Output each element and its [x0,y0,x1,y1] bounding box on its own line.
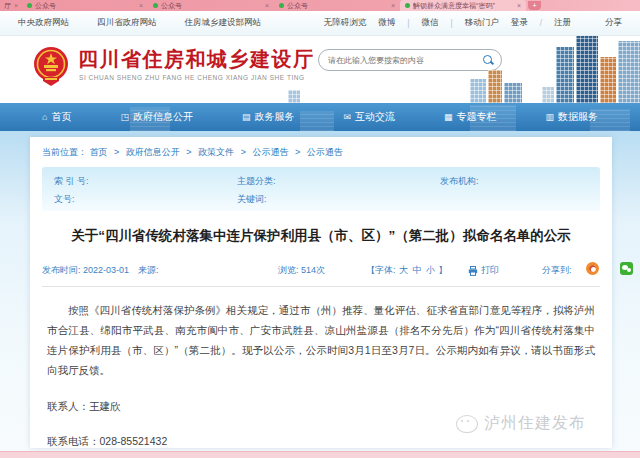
new-tab-button[interactable]: + [528,1,541,10]
body-paragraph: 按照《四川省传统村落保护条例》相关规定，通过市（州）推荐、量化评估、征求省直部门… [47,300,595,381]
main-nav: ⌂ 首页 ◳ 政府信息公开 ▤ 政务服务 ✉ 互动交流 ▦ 专题专栏 ▥ 数据服… [0,103,640,131]
nav-label: 专题专栏 [456,110,496,124]
article-title: 关于“四川省传统村落集中连片保护利用县（市、区）”（第二批）拟命名名单的公示 [50,227,592,245]
nav-item-data-services[interactable]: ▥ 数据服务 [545,110,598,124]
content-card: 当前位置： 首页 > 政府信息公开 > 政策文件 > 公示通告 > 公示通告 索… [30,137,612,448]
browser-tab[interactable]: 公众号 × [22,0,148,11]
service-icon: ▤ [242,112,251,122]
breadcrumb-notices[interactable]: 公示通告 [252,147,288,157]
wechat-watermark-icon [456,415,478,433]
tab-label: 公众号 [287,1,388,11]
breadcrumb-separator: > [295,147,300,157]
browser-tab[interactable]: 公众号 × [274,0,400,11]
doc-metadata-panel: 索 引 号: 主题分类: 发布机构: 文号: 关键词: [42,167,600,211]
nav-item-info-disclosure[interactable]: ◳ 政府信息公开 [120,110,193,124]
breadcrumb-home[interactable]: 首页 [90,147,108,157]
nav-item-interaction[interactable]: ✉ 互动交流 [343,110,395,124]
utility-bar: 中央政府网站 四川省政府网站 住房城乡建设部网站 无障碍浏览 微博 | 微信 |… [0,11,640,36]
accessibility-link[interactable]: 无障碍浏览 [324,17,367,29]
chat-icon: ✉ [343,112,351,122]
login-link[interactable]: 登录 [511,17,528,29]
building-graphic [504,83,522,103]
building-graphic [488,70,502,103]
font-prefix: 【字体: [366,265,396,275]
breadcrumb-policy-docs[interactable]: 政策文件 [198,147,234,157]
breadcrumb-separator: > [241,147,246,157]
browser-tab-partial[interactable]: 厅 × [0,0,22,11]
breadcrumb-notices-2[interactable]: 公示通告 [307,147,343,157]
browser-tab[interactable]: 公众号 × [148,0,274,11]
building-graphic [556,47,574,103]
register-link[interactable]: 注册 [554,17,571,29]
tab-close-icon[interactable]: × [139,2,143,9]
search-input[interactable] [326,55,482,66]
font-size-control: 【字体: 大 中 小 】 [366,264,448,277]
field-doc-no: 文号: [54,193,75,206]
bottom-taskbar-strip [0,451,640,458]
tab-label: 公众号 [35,1,136,11]
wechat-share-icon[interactable] [620,262,633,275]
tab-close-icon[interactable]: × [517,2,521,9]
tab-close-icon[interactable]: × [14,2,18,9]
link-central-gov[interactable]: 中央政府网站 [18,17,69,29]
national-emblem-logo [33,45,69,87]
browser-tab-strip: 厅 × 公众号 × 公众号 × 公众号 × 解锁群众满意度幸福“密码” × + [0,0,640,11]
nav-label: 互动交流 [355,110,395,124]
view-count: 浏览: 514次 [278,264,325,277]
home-icon: ⌂ [42,112,47,122]
wechat-account-icon [405,3,410,8]
print-label: 打印 [481,264,499,277]
weibo-link[interactable]: 微博 [378,17,395,29]
breadcrumb-info-disclosure[interactable]: 政府信息公开 [126,147,180,157]
tab-label: 厅 [4,1,11,11]
font-small-button[interactable]: 小 [426,265,435,275]
building-graphic [618,41,640,103]
data-icon: ▥ [545,112,554,122]
mobile-portal-link[interactable]: 移动门户 [465,17,499,29]
field-index-no: 索 引 号: [54,175,89,188]
nav-label: 数据服务 [558,110,598,124]
browser-window: 厅 × 公众号 × 公众号 × 公众号 × 解锁群众满意度幸福“密码” × + … [0,0,640,458]
separator: | [407,18,409,28]
nav-building-decor [300,111,334,131]
document-icon: ◳ [120,112,129,122]
nav-label: 政府信息公开 [133,110,193,124]
separator: | [450,18,452,28]
share-link[interactable]: 分享 [605,17,622,29]
source-label: 来源: [138,264,159,277]
nav-item-services[interactable]: ▤ 政务服务 [242,110,295,124]
link-mohurd[interactable]: 住房城乡建设部网站 [185,17,262,29]
search-icon[interactable] [482,54,494,66]
link-sichuan-gov[interactable]: 四川省政府网站 [97,17,157,29]
building-graphic [600,57,616,103]
share-to-label: 分享到: [542,264,572,277]
field-keywords: 关键词: [237,193,267,206]
breadcrumb-label: 当前位置： [42,147,87,157]
font-medium-button[interactable]: 中 [413,265,422,275]
nav-label: 政务服务 [254,110,294,124]
building-graphic [470,79,486,103]
weibo-share-icon[interactable] [586,262,599,275]
site-search [318,49,502,71]
tab-close-icon[interactable]: × [391,2,395,9]
field-topic-class: 主题分类: [237,175,276,188]
nav-item-special-topics[interactable]: ▦ 专题专栏 [444,110,497,124]
print-button[interactable]: 打印 [468,264,499,277]
building-graphic [576,36,598,103]
separator: / [540,18,542,28]
tab-label: 解锁群众满意度幸福“密码” [413,1,514,11]
font-large-button[interactable]: 大 [399,265,408,275]
watermark: 泸州住建发布 [456,413,586,434]
page-background: 当前位置： 首页 > 政府信息公开 > 政策文件 > 公示通告 > 公示通告 索… [0,131,640,452]
breadcrumb-separator: > [114,147,119,157]
article-meta-row: 发布时间: 2022-03-01 来源: 浏览: 514次 【字体: 大 中 小… [30,262,612,277]
nav-label: 首页 [51,110,71,124]
wechat-account-icon [153,3,158,8]
gov-site-links: 中央政府网站 四川省政府网站 住房城乡建设部网站 [18,17,261,29]
wechat-account-icon [27,3,32,8]
wechat-link[interactable]: 微信 [421,17,438,29]
wechat-account-icon [279,3,284,8]
nav-item-home[interactable]: ⌂ 首页 [42,110,71,124]
browser-tab-active[interactable]: 解锁群众满意度幸福“密码” × [400,0,526,11]
tab-close-icon[interactable]: × [265,2,269,9]
